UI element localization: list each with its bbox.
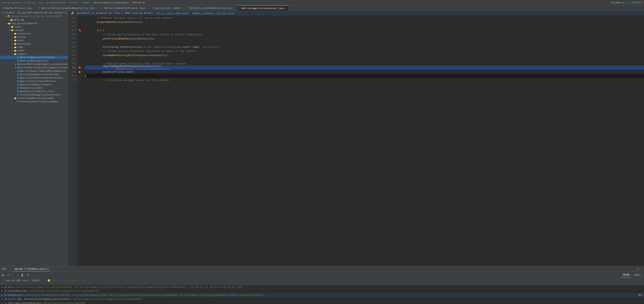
code-line-560: postProcessBeanFactory(beanFactory); (85, 36, 644, 40)
breadcrumb-support[interactable]: support (81, 1, 91, 4)
tree-event[interactable]: ► 📁 event (0, 39, 68, 42)
appobjsupport-label: ApplicationObjectSupport (20, 83, 52, 86)
tree-root-gradle[interactable]: ▼ 🗂 Gradle: org.springframework:spring-c… (0, 11, 68, 14)
tab-console[interactable]: 控制台 (633, 273, 642, 278)
tree-arrow-config[interactable]: ► (11, 36, 14, 38)
tree-arrow-i18n[interactable]: ► (11, 46, 14, 48)
notification-link1[interactable]: got it, don't show again (156, 12, 189, 14)
breadcrumb-springframework[interactable]: springframework (46, 1, 66, 4)
tree-appcontextaware[interactable]: C ApplicationContextAwareProcessor (0, 76, 68, 80)
tree-arrow-contexttypematch[interactable]: ► (11, 97, 14, 99)
linenum-559: 559 (68, 32, 76, 36)
debug-session-label[interactable]: myCode [:TestMain.main()] (13, 267, 50, 271)
add-watch-button[interactable]: 👁 (26, 273, 30, 277)
stop-button[interactable]: ⬛ (626, 1, 630, 4)
tree-arrow-orgspring[interactable]: ▼ (5, 22, 8, 24)
tree-expression[interactable]: ► 📁 expression (0, 42, 68, 46)
tree-metainf[interactable]: ► 📁 META-INF (0, 18, 68, 22)
add-watch-icon[interactable]: + (641, 268, 642, 270)
tree-abstractmsg[interactable]: C AbstractMessageSource (0, 59, 68, 62)
tree-arrow-event[interactable]: ► (11, 40, 14, 42)
tree-abstractappcontext[interactable]: C AbstractApplicationContext (0, 56, 68, 59)
tree-context[interactable]: ▼ 📁 context (0, 28, 68, 32)
tree-orgspring[interactable]: ▼ 📁 org.springframework (0, 22, 68, 25)
tab-debugger[interactable]: 调试器 (621, 272, 631, 278)
code-content[interactable]: // Prepare the bean factory for use in t… (82, 15, 644, 266)
var-row-init[interactable]: ► = <init>:105, AnnotationConfigApplicat… (0, 297, 644, 301)
step-over-button[interactable]: ↷ (6, 273, 10, 277)
class-icon-appcontextaware: C (17, 77, 19, 79)
tree-contexttypematch[interactable]: ► 📁 ContextTypeMatchClassLoader (0, 96, 68, 100)
bottom-panel: 调试: ☕ myCode [:TestMain.main()] ✕ ⚙ + ▶ … (0, 266, 644, 304)
jar-suffix: library根目录 (46, 15, 62, 18)
remove-var-button[interactable]: − (5, 282, 6, 284)
tab-close-icon5[interactable]: ✕ (233, 7, 234, 9)
config-label: config (17, 36, 26, 38)
filter-icon[interactable]: 🔽 (48, 279, 50, 282)
tree-support[interactable]: ▼ 📁 support (0, 52, 68, 56)
settings-icon[interactable]: ⚙ (637, 268, 638, 270)
debug-close[interactable]: ✕ (52, 268, 54, 270)
tab-defaultlistable[interactable]: J DefaultListableBeanFactory.java ✕ (185, 5, 237, 11)
tabs-bar: J BeanPostProcess.java ✕ J AbstractAutow… (0, 5, 644, 11)
step-into-button[interactable]: ↓ (12, 273, 14, 277)
run-button[interactable]: ▶ (623, 1, 625, 4)
tree-arrow-support[interactable]: ▼ (11, 53, 14, 55)
notification-link2[interactable]: enable rainbowify for big files (192, 12, 234, 14)
tree-jar[interactable]: ▼ 📦 spring-context-5.3.20.jar library根目录 (0, 14, 68, 18)
tab-close-icon2[interactable]: ✕ (96, 7, 97, 9)
var-name-init: <init>:105, AnnotationConfigApplicationC… (8, 298, 70, 300)
event-label: event (17, 39, 24, 42)
tab-close-icon6[interactable]: ✕ (285, 7, 286, 10)
tree-arrow-gradle[interactable]: ▼ (2, 12, 3, 14)
tree-i18n[interactable]: ► 📁 i18n (0, 46, 68, 49)
tab-buildgradle[interactable]: G build.gradle (demo) ✕ (150, 5, 185, 11)
var-row-this[interactable]: ▶ = this = {AnnotationConfigApplicationC… (0, 285, 644, 289)
tree-arrow-jar[interactable]: ▼ (4, 15, 7, 17)
tree-arrow-index[interactable]: ► (11, 50, 14, 52)
var-row-appstartup[interactable]: ► ○○ this.applicationStartup = {DefaultA… (0, 301, 644, 304)
tree-abstractxml[interactable]: C AbstractXmlApplicationContext (0, 73, 68, 76)
evaluate-button[interactable]: ⌛ (20, 273, 24, 277)
tab-close-icon3[interactable]: ✕ (146, 7, 148, 9)
oo-icon-appstartup: ○○ (4, 302, 7, 304)
tree-config[interactable]: ► 📁 config (0, 35, 68, 39)
tree-arrow-annotation[interactable]: ► (11, 33, 14, 35)
tree-abstractrefreshable[interactable]: C AbstractRefreshableApplicationContext (0, 62, 68, 66)
var-row-beanfactory[interactable]: ▶ = beanFactory = {DefaultListableBeanFa… (0, 293, 644, 297)
code-line-562: StartupStep beanPostProcess = this.appli… (85, 45, 644, 49)
tree-conversionservice[interactable]: C ConversionServiceFactoryBean (0, 100, 68, 103)
tree-index[interactable]: ► 📁 index (0, 49, 68, 52)
tab-close-icon[interactable]: ✕ (33, 7, 34, 9)
linenum-561: 561 (68, 40, 76, 45)
tab-close-icon4[interactable]: ✕ (182, 7, 183, 9)
breadcrumb-org[interactable]: org (38, 1, 43, 4)
filter-label[interactable]: 评估表达式(⌥⌘) 或添加监视(⌥⌘) (52, 279, 84, 282)
tree-arrow-context[interactable]: ▼ (8, 29, 10, 31)
jar-label[interactable]: spring-context-5.3.20.jar (2, 1, 36, 4)
tree-cache[interactable]: ► 📁 cache (0, 25, 68, 28)
tree-beandsl[interactable]: C BeanDefinitionDsl (0, 86, 68, 90)
tab-mypriority[interactable]: J MyPriorityBeanPostProcess.java ✕ (100, 5, 150, 11)
tree-applistener[interactable]: C ApplicationListenerDetector (0, 80, 68, 83)
tree-abstractrefreshconfig[interactable]: C AbstractRefreshableConfigApplicationCo… (0, 66, 68, 69)
tree-beandslkt[interactable]: C BeanDefinitionDslKt.class (0, 90, 68, 93)
breadcrumb-context[interactable]: context (69, 1, 78, 4)
tree-arrow-expression[interactable]: ► (11, 43, 14, 45)
tree-annotation[interactable]: ► 📁 annotation (0, 32, 68, 35)
tab-beanpostprocess[interactable]: J BeanPostProcess.java ✕ (0, 5, 37, 11)
step-out-button[interactable]: ↑ (16, 273, 19, 277)
tab-abstractapp[interactable]: J AbstractApplicationContext.java ✕ (237, 5, 289, 11)
var-row-contextrefresh[interactable]: ▶ = contextRefresh = {DefaultApplication… (0, 289, 644, 293)
tab-abstractautowire[interactable]: J AbstractAutowireCapableBeanFactory.jav… (37, 5, 100, 11)
active-method: refresh (132, 1, 142, 4)
tree-appobjsupport[interactable]: C ApplicationObjectSupport (0, 83, 68, 86)
resume-button[interactable]: ▶ (2, 273, 5, 277)
tree-arrow-cache[interactable]: ► (8, 26, 10, 28)
add-var-button[interactable]: + (2, 282, 3, 284)
tree-abstractresource[interactable]: C AbstractResourceBasedMessageSource (0, 69, 68, 73)
tree-arrow-metainf[interactable]: ► (8, 19, 10, 21)
tree-classpathxml[interactable]: C ClassPathXmlApplicationContext (0, 93, 68, 96)
reader-mode-button[interactable]: 阅读器模式 (631, 1, 642, 4)
linenum-565: 565 (68, 57, 76, 61)
